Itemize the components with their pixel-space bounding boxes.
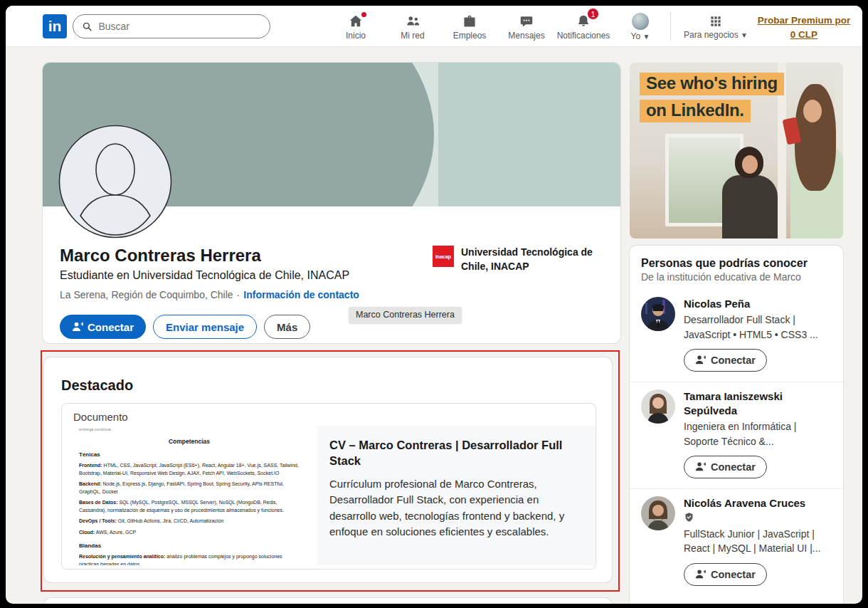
person-name[interactable]: Nicolas Peña	[684, 297, 832, 311]
person-suggestion: Tamara Ianiszewski Sepúlveda Ingeniera e…	[630, 382, 843, 488]
featured-section-title: Destacado	[61, 377, 133, 394]
contact-info-link[interactable]: Información de contacto	[243, 289, 359, 300]
document-description: Currículum profesional de Marco Contrera…	[329, 476, 583, 540]
connect-button[interactable]: Conectar	[60, 315, 146, 339]
nav-item-messaging[interactable]: Mensajes	[498, 6, 555, 47]
doc-line: Cloud: AWS, Azure, GCP	[79, 529, 300, 537]
briefcase-icon	[462, 14, 477, 29]
education-name: Universidad Tecnológica de Chile, INACAP	[461, 246, 616, 273]
me-avatar	[632, 13, 649, 30]
document-title[interactable]: CV – Marco Contreras | Desarrollador Ful…	[329, 437, 578, 469]
profile-headline: Estudiante en Universidad Tecnológica de…	[60, 269, 349, 282]
ad-banner[interactable]: See who's hiring on LinkedIn.	[630, 63, 843, 239]
search-input[interactable]	[98, 21, 261, 32]
doc-line: Bases de Datos: SQL (MySQL, PostgreSQL, …	[79, 499, 300, 514]
top-navbar: in Inicio Mi red Empleos Mensajes	[6, 6, 862, 47]
person-headline: Ingeniera en Informática | Soporte Técni…	[684, 419, 832, 449]
search-bar[interactable]	[73, 14, 270, 38]
nav-item-jobs[interactable]: Empleos	[441, 6, 498, 47]
separator-dot: ·	[237, 289, 240, 300]
profile-location-line: La Serena, Región de Coquimbo, Chile · I…	[60, 289, 359, 300]
media-type-label: Documento	[62, 404, 596, 426]
nav-label: Mensajes	[508, 31, 544, 40]
nav-label: Mi red	[401, 31, 424, 40]
people-you-may-know-card: Personas que podrías conocer De la insti…	[630, 246, 843, 604]
for-business-menu[interactable]: Para negocios ▼	[679, 6, 753, 47]
person-name[interactable]: Nicolás Aravena Cruces	[684, 496, 832, 510]
inacap-logo: inacap	[433, 246, 454, 267]
people-card-title: Personas que podrías conocer	[630, 246, 843, 270]
people-card-subtitle: De la institución educativa de Marco	[630, 270, 843, 290]
doc-line: Resolución y pensamiento analítico: anal…	[79, 553, 300, 565]
chevron-down-icon: ▼	[643, 33, 650, 41]
person-suggestion: Nicolas Peña Desarrollador Full Stack | …	[630, 290, 843, 382]
nav-divider	[670, 12, 671, 41]
person-add-icon	[695, 569, 706, 580]
for-business-label: Para negocios ▼	[684, 31, 748, 39]
document-info: CV – Marco Contreras | Desarrollador Ful…	[317, 426, 596, 565]
verified-badge-icon	[684, 512, 832, 525]
profile-card: Marco Contreras Herrera Estudiante en Un…	[43, 63, 620, 343]
connect-button[interactable]: Conectar	[684, 456, 767, 478]
chat-bubble-icon	[519, 14, 534, 29]
document-thumbnail[interactable]: entrega continua. Competencias Ténicas F…	[62, 426, 317, 565]
more-button[interactable]: Más	[264, 315, 310, 339]
ad-headline-1: See who's hiring	[640, 73, 784, 95]
nav-label: Empleos	[453, 31, 487, 40]
featured-document-card[interactable]: Documento entrega continua. Competencias…	[61, 403, 596, 570]
nav-label: Yo ▼	[631, 32, 650, 41]
nav-item-home[interactable]: Inicio	[327, 6, 384, 47]
ad-person-left-face	[742, 155, 758, 174]
doc-line: Frontend: HTML, CSS, JavaScript, JavaScr…	[79, 462, 300, 477]
nav-item-notifications[interactable]: 1 Notificaciones	[555, 6, 612, 47]
person-headline: FullStack Junior | JavaScript | React | …	[684, 527, 832, 556]
home-notification-dot	[360, 11, 368, 19]
nav-label: Notificaciones	[557, 31, 610, 40]
doc-line: Ténicas	[79, 451, 300, 458]
doc-line: Blandas	[79, 543, 300, 549]
ad-person-right-face	[803, 100, 822, 122]
person-add-icon	[72, 321, 83, 332]
network-icon	[405, 14, 420, 29]
nav-label: Inicio	[346, 31, 366, 40]
profile-location: La Serena, Región de Coquimbo, Chile	[60, 289, 233, 300]
notifications-badge: 1	[587, 8, 599, 20]
browser-viewport: in Inicio Mi red Empleos Mensajes	[6, 6, 862, 604]
premium-link[interactable]: Probar Premium por 0 CLP	[756, 14, 852, 41]
person-headline: Desarrollador Full Stack | JavaScript • …	[684, 313, 832, 342]
profile-name: Marco Contreras Herrera	[60, 246, 261, 266]
profile-photo-placeholder[interactable]	[58, 125, 172, 239]
ad-person-left	[722, 175, 778, 239]
nav-items: Inicio Mi red Empleos Mensajes 1 Notific…	[327, 6, 669, 47]
cursor-tooltip: Marco Contreras Herrera	[349, 307, 462, 323]
linkedin-logo[interactable]: in	[43, 14, 67, 38]
doc-line: DevOps / Tools: Git, GitHub Actions, Jir…	[79, 518, 300, 525]
connect-button[interactable]: Conectar	[684, 563, 767, 586]
profile-actions: Conectar Enviar mensaje Más	[60, 315, 310, 339]
search-icon	[82, 21, 92, 33]
person-avatar[interactable]	[641, 297, 675, 331]
next-section-card	[44, 598, 612, 604]
nav-item-me[interactable]: Yo ▼	[612, 6, 669, 47]
person-name[interactable]: Tamara Ianiszewski Sepúlveda	[684, 389, 832, 419]
doc-line: entrega continua.	[79, 427, 300, 431]
doc-line: Backend: Node.js, Express.js, Django, Fa…	[79, 481, 300, 496]
person-add-icon	[695, 355, 706, 365]
featured-section: Destacado Documento entrega continua. Co…	[44, 357, 612, 582]
person-avatar[interactable]	[641, 496, 675, 530]
education-entry[interactable]: inacap Universidad Tecnológica de Chile,…	[433, 246, 616, 273]
person-suggestion: Nicolás Aravena Cruces FullStack Junior …	[630, 488, 843, 596]
grid-icon	[709, 14, 723, 28]
nav-item-network[interactable]: Mi red	[384, 6, 441, 47]
doc-line: Competencias	[79, 438, 300, 445]
connect-button[interactable]: Conectar	[684, 349, 767, 372]
send-message-button[interactable]: Enviar mensaje	[153, 315, 257, 339]
chevron-down-icon: ▼	[741, 31, 748, 39]
document-body: entrega continua. Competencias Ténicas F…	[62, 426, 596, 565]
person-avatar[interactable]	[641, 389, 675, 424]
ad-headline-2: on LinkedIn.	[640, 100, 751, 122]
person-add-icon	[695, 461, 706, 472]
